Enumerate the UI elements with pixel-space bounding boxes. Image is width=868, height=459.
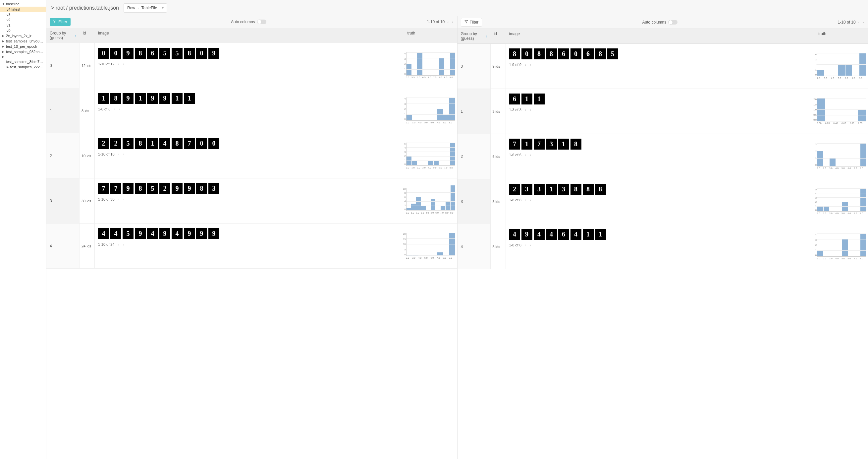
- image-thumbnail[interactable]: 1: [558, 139, 569, 150]
- caret-right-icon[interactable]: ▶: [7, 65, 10, 69]
- image-thumbnail[interactable]: 9: [184, 228, 195, 239]
- image-thumbnail[interactable]: 8: [172, 138, 183, 149]
- pager-prev-icon[interactable]: ‹: [117, 152, 120, 156]
- filter-button[interactable]: Filter: [461, 18, 483, 27]
- caret-right-icon[interactable]: ▶: [2, 50, 5, 53]
- image-thumbnail[interactable]: 5: [123, 228, 133, 239]
- image-thumbnail[interactable]: 2: [159, 183, 170, 194]
- sidebar-item[interactable]: ▶test_samples_3h9o3dsk: [0, 38, 46, 44]
- image-thumbnail[interactable]: 4: [147, 228, 158, 239]
- image-thumbnail[interactable]: 9: [135, 228, 146, 239]
- pager-prev-icon[interactable]: ‹: [446, 20, 449, 24]
- image-thumbnail[interactable]: 8: [184, 48, 195, 59]
- col-header-group[interactable]: Group by (guess) ↑: [46, 28, 80, 43]
- image-thumbnail[interactable]: 8: [595, 184, 606, 195]
- pager-prev-icon[interactable]: ‹: [117, 197, 120, 201]
- image-thumbnail[interactable]: 1: [522, 139, 532, 150]
- image-thumbnail[interactable]: 4: [159, 138, 170, 149]
- image-thumbnail[interactable]: 9: [123, 48, 133, 59]
- pager-next-icon[interactable]: ›: [451, 20, 454, 24]
- caret-right-icon[interactable]: ▶: [2, 39, 5, 43]
- image-thumbnail[interactable]: 6: [147, 48, 158, 59]
- auto-columns-toggle[interactable]: [257, 20, 266, 24]
- image-thumbnail[interactable]: 8: [509, 49, 520, 59]
- image-thumbnail[interactable]: 4: [110, 228, 121, 239]
- image-thumbnail[interactable]: 8: [135, 138, 146, 149]
- sidebar-item[interactable]: v4 latest: [0, 7, 46, 12]
- image-thumbnail[interactable]: 8: [534, 49, 545, 59]
- image-thumbnail[interactable]: 6: [558, 229, 569, 240]
- image-thumbnail[interactable]: 9: [196, 228, 207, 239]
- image-thumbnail[interactable]: 8: [570, 139, 582, 150]
- image-thumbnail[interactable]: 0: [570, 49, 582, 59]
- col-header-group[interactable]: Group by (guess) ↑: [458, 29, 491, 44]
- image-thumbnail[interactable]: 9: [159, 93, 170, 104]
- pager-next-icon[interactable]: ›: [529, 108, 532, 112]
- image-thumbnail[interactable]: 9: [159, 228, 170, 239]
- image-thumbnail[interactable]: 3: [522, 184, 532, 195]
- image-thumbnail[interactable]: 3: [208, 183, 219, 194]
- image-thumbnail[interactable]: 9: [172, 183, 183, 194]
- image-thumbnail[interactable]: 3: [558, 184, 569, 195]
- sidebar-item[interactable]: ▼baseline: [0, 1, 46, 7]
- image-thumbnail[interactable]: 9: [208, 48, 219, 59]
- image-thumbnail[interactable]: 9: [184, 183, 195, 194]
- image-thumbnail[interactable]: 3: [546, 139, 557, 150]
- sidebar-item[interactable]: v0: [0, 28, 46, 33]
- pager-next-icon[interactable]: ›: [122, 197, 125, 201]
- pager-prev-icon[interactable]: ‹: [117, 62, 120, 66]
- image-thumbnail[interactable]: 0: [196, 138, 207, 149]
- image-thumbnail[interactable]: 7: [534, 139, 545, 150]
- image-thumbnail[interactable]: 8: [570, 184, 582, 195]
- pager-next-icon[interactable]: ›: [529, 198, 532, 202]
- pager-prev-icon[interactable]: ‹: [113, 107, 116, 111]
- pager-next-icon[interactable]: ›: [122, 242, 125, 247]
- image-thumbnail[interactable]: 8: [583, 184, 594, 195]
- image-thumbnail[interactable]: 8: [110, 93, 121, 104]
- image-thumbnail[interactable]: 9: [123, 93, 133, 104]
- sidebar-item[interactable]: ▶test_samples_222yogf6: [0, 64, 46, 70]
- image-thumbnail[interactable]: 0: [98, 48, 109, 59]
- image-thumbnail[interactable]: 1: [522, 93, 532, 105]
- pager-prev-icon[interactable]: ‹: [858, 20, 860, 24]
- image-thumbnail[interactable]: 7: [110, 183, 121, 194]
- image-thumbnail[interactable]: 9: [147, 93, 158, 104]
- sidebar-item[interactable]: ▶test_10_per_epoch: [0, 44, 46, 49]
- image-thumbnail[interactable]: 2: [509, 184, 520, 195]
- image-thumbnail[interactable]: 0: [208, 138, 219, 149]
- pager-prev-icon[interactable]: ‹: [524, 198, 527, 202]
- pager-next-icon[interactable]: ›: [118, 107, 121, 111]
- image-thumbnail[interactable]: 9: [123, 183, 133, 194]
- image-thumbnail[interactable]: 1: [147, 138, 158, 149]
- pager-next-icon[interactable]: ›: [122, 62, 125, 66]
- pager-prev-icon[interactable]: ‹: [117, 242, 120, 247]
- pager-prev-icon[interactable]: ‹: [524, 153, 527, 157]
- sidebar-item[interactable]: test_samples_3fdm7dea: [0, 59, 46, 64]
- image-thumbnail[interactable]: 6: [558, 49, 569, 59]
- image-thumbnail[interactable]: 1: [184, 93, 195, 104]
- sidebar-item[interactable]: ▶: [0, 54, 46, 59]
- image-thumbnail[interactable]: 9: [522, 229, 532, 240]
- image-thumbnail[interactable]: 1: [595, 229, 606, 240]
- image-thumbnail[interactable]: 5: [159, 48, 170, 59]
- image-thumbnail[interactable]: 6: [583, 49, 594, 59]
- image-thumbnail[interactable]: 5: [607, 49, 618, 59]
- image-thumbnail[interactable]: 1: [583, 229, 594, 240]
- image-thumbnail[interactable]: 7: [184, 138, 195, 149]
- sidebar-item[interactable]: v2: [0, 17, 46, 23]
- image-thumbnail[interactable]: 7: [509, 139, 520, 150]
- image-thumbnail[interactable]: 6: [509, 93, 520, 105]
- pager-next-icon[interactable]: ›: [122, 152, 125, 156]
- image-thumbnail[interactable]: 9: [208, 228, 219, 239]
- caret-right-icon[interactable]: ▶: [2, 55, 5, 58]
- image-thumbnail[interactable]: 4: [98, 228, 109, 239]
- caret-right-icon[interactable]: ▶: [2, 34, 5, 37]
- sidebar-item[interactable]: v1: [0, 23, 46, 28]
- image-thumbnail[interactable]: 3: [534, 184, 545, 195]
- col-header-image[interactable]: image: [95, 28, 404, 43]
- col-header-id[interactable]: id: [80, 28, 95, 43]
- image-thumbnail[interactable]: 4: [534, 229, 545, 240]
- col-header-id[interactable]: id: [491, 29, 506, 44]
- col-header-image[interactable]: image: [506, 29, 815, 44]
- col-header-truth[interactable]: truth: [404, 28, 457, 43]
